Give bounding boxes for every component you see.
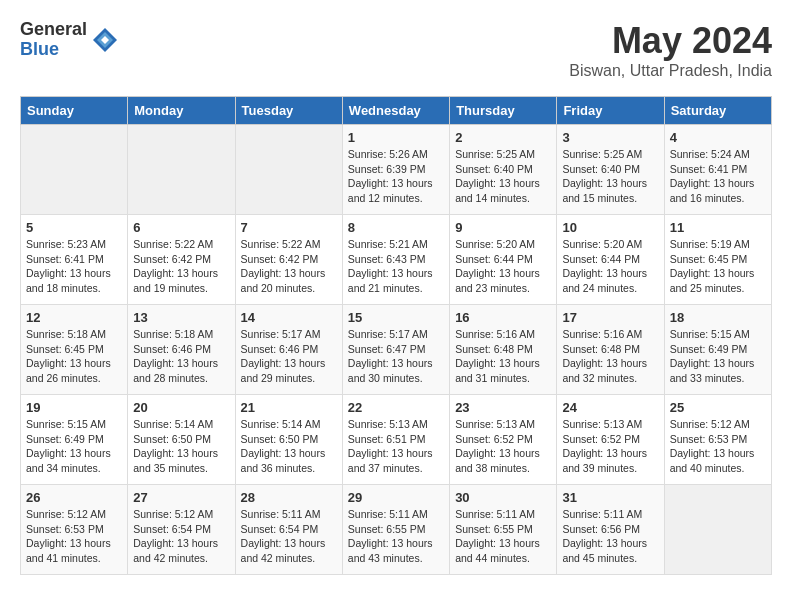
day-info: Sunrise: 5:21 AM Sunset: 6:43 PM Dayligh… — [348, 237, 444, 296]
calendar-cell: 9Sunrise: 5:20 AM Sunset: 6:44 PM Daylig… — [450, 215, 557, 305]
day-number: 19 — [26, 400, 122, 415]
day-number: 3 — [562, 130, 658, 145]
logo-icon — [91, 26, 119, 54]
day-info: Sunrise: 5:23 AM Sunset: 6:41 PM Dayligh… — [26, 237, 122, 296]
day-info: Sunrise: 5:12 AM Sunset: 6:54 PM Dayligh… — [133, 507, 229, 566]
calendar-cell: 6Sunrise: 5:22 AM Sunset: 6:42 PM Daylig… — [128, 215, 235, 305]
calendar-cell — [235, 125, 342, 215]
calendar-cell: 22Sunrise: 5:13 AM Sunset: 6:51 PM Dayli… — [342, 395, 449, 485]
day-header-friday: Friday — [557, 97, 664, 125]
calendar-cell: 17Sunrise: 5:16 AM Sunset: 6:48 PM Dayli… — [557, 305, 664, 395]
calendar-cell: 19Sunrise: 5:15 AM Sunset: 6:49 PM Dayli… — [21, 395, 128, 485]
calendar-cell: 27Sunrise: 5:12 AM Sunset: 6:54 PM Dayli… — [128, 485, 235, 575]
day-info: Sunrise: 5:20 AM Sunset: 6:44 PM Dayligh… — [455, 237, 551, 296]
day-number: 7 — [241, 220, 337, 235]
day-number: 23 — [455, 400, 551, 415]
calendar-cell: 28Sunrise: 5:11 AM Sunset: 6:54 PM Dayli… — [235, 485, 342, 575]
page-header: General Blue May 2024 Biswan, Uttar Prad… — [20, 20, 772, 80]
day-number: 20 — [133, 400, 229, 415]
day-number: 5 — [26, 220, 122, 235]
week-row-1: 1Sunrise: 5:26 AM Sunset: 6:39 PM Daylig… — [21, 125, 772, 215]
week-row-3: 12Sunrise: 5:18 AM Sunset: 6:45 PM Dayli… — [21, 305, 772, 395]
day-number: 27 — [133, 490, 229, 505]
week-row-2: 5Sunrise: 5:23 AM Sunset: 6:41 PM Daylig… — [21, 215, 772, 305]
day-info: Sunrise: 5:14 AM Sunset: 6:50 PM Dayligh… — [133, 417, 229, 476]
day-number: 9 — [455, 220, 551, 235]
calendar-cell: 21Sunrise: 5:14 AM Sunset: 6:50 PM Dayli… — [235, 395, 342, 485]
logo-text: General Blue — [20, 20, 87, 60]
day-header-wednesday: Wednesday — [342, 97, 449, 125]
day-number: 22 — [348, 400, 444, 415]
title-area: May 2024 Biswan, Uttar Pradesh, India — [569, 20, 772, 80]
day-number: 15 — [348, 310, 444, 325]
logo: General Blue — [20, 20, 119, 60]
day-info: Sunrise: 5:11 AM Sunset: 6:55 PM Dayligh… — [455, 507, 551, 566]
day-number: 24 — [562, 400, 658, 415]
day-number: 31 — [562, 490, 658, 505]
day-number: 25 — [670, 400, 766, 415]
calendar-cell: 7Sunrise: 5:22 AM Sunset: 6:42 PM Daylig… — [235, 215, 342, 305]
logo-blue-text: Blue — [20, 40, 87, 60]
location-title: Biswan, Uttar Pradesh, India — [569, 62, 772, 80]
day-info: Sunrise: 5:13 AM Sunset: 6:52 PM Dayligh… — [455, 417, 551, 476]
calendar-cell: 5Sunrise: 5:23 AM Sunset: 6:41 PM Daylig… — [21, 215, 128, 305]
day-info: Sunrise: 5:26 AM Sunset: 6:39 PM Dayligh… — [348, 147, 444, 206]
day-info: Sunrise: 5:19 AM Sunset: 6:45 PM Dayligh… — [670, 237, 766, 296]
day-info: Sunrise: 5:12 AM Sunset: 6:53 PM Dayligh… — [670, 417, 766, 476]
calendar-cell: 4Sunrise: 5:24 AM Sunset: 6:41 PM Daylig… — [664, 125, 771, 215]
day-info: Sunrise: 5:13 AM Sunset: 6:52 PM Dayligh… — [562, 417, 658, 476]
day-number: 1 — [348, 130, 444, 145]
day-number: 30 — [455, 490, 551, 505]
day-header-tuesday: Tuesday — [235, 97, 342, 125]
calendar-cell: 3Sunrise: 5:25 AM Sunset: 6:40 PM Daylig… — [557, 125, 664, 215]
day-info: Sunrise: 5:18 AM Sunset: 6:46 PM Dayligh… — [133, 327, 229, 386]
calendar-cell: 12Sunrise: 5:18 AM Sunset: 6:45 PM Dayli… — [21, 305, 128, 395]
calendar-cell — [128, 125, 235, 215]
day-number: 16 — [455, 310, 551, 325]
day-info: Sunrise: 5:17 AM Sunset: 6:47 PM Dayligh… — [348, 327, 444, 386]
calendar-cell: 10Sunrise: 5:20 AM Sunset: 6:44 PM Dayli… — [557, 215, 664, 305]
day-number: 6 — [133, 220, 229, 235]
calendar-cell: 1Sunrise: 5:26 AM Sunset: 6:39 PM Daylig… — [342, 125, 449, 215]
day-number: 4 — [670, 130, 766, 145]
logo-general-text: General — [20, 20, 87, 40]
calendar-cell: 11Sunrise: 5:19 AM Sunset: 6:45 PM Dayli… — [664, 215, 771, 305]
day-info: Sunrise: 5:20 AM Sunset: 6:44 PM Dayligh… — [562, 237, 658, 296]
day-info: Sunrise: 5:17 AM Sunset: 6:46 PM Dayligh… — [241, 327, 337, 386]
calendar-header-row: SundayMondayTuesdayWednesdayThursdayFrid… — [21, 97, 772, 125]
day-info: Sunrise: 5:25 AM Sunset: 6:40 PM Dayligh… — [562, 147, 658, 206]
day-number: 18 — [670, 310, 766, 325]
day-number: 8 — [348, 220, 444, 235]
day-info: Sunrise: 5:22 AM Sunset: 6:42 PM Dayligh… — [241, 237, 337, 296]
calendar-cell: 16Sunrise: 5:16 AM Sunset: 6:48 PM Dayli… — [450, 305, 557, 395]
calendar-body: 1Sunrise: 5:26 AM Sunset: 6:39 PM Daylig… — [21, 125, 772, 575]
day-number: 10 — [562, 220, 658, 235]
calendar-table: SundayMondayTuesdayWednesdayThursdayFrid… — [20, 96, 772, 575]
calendar-cell: 18Sunrise: 5:15 AM Sunset: 6:49 PM Dayli… — [664, 305, 771, 395]
day-info: Sunrise: 5:16 AM Sunset: 6:48 PM Dayligh… — [562, 327, 658, 386]
day-info: Sunrise: 5:13 AM Sunset: 6:51 PM Dayligh… — [348, 417, 444, 476]
calendar-cell: 8Sunrise: 5:21 AM Sunset: 6:43 PM Daylig… — [342, 215, 449, 305]
day-info: Sunrise: 5:12 AM Sunset: 6:53 PM Dayligh… — [26, 507, 122, 566]
day-number: 14 — [241, 310, 337, 325]
day-number: 26 — [26, 490, 122, 505]
day-info: Sunrise: 5:25 AM Sunset: 6:40 PM Dayligh… — [455, 147, 551, 206]
day-info: Sunrise: 5:22 AM Sunset: 6:42 PM Dayligh… — [133, 237, 229, 296]
day-info: Sunrise: 5:11 AM Sunset: 6:56 PM Dayligh… — [562, 507, 658, 566]
day-header-sunday: Sunday — [21, 97, 128, 125]
calendar-cell: 14Sunrise: 5:17 AM Sunset: 6:46 PM Dayli… — [235, 305, 342, 395]
day-number: 11 — [670, 220, 766, 235]
day-info: Sunrise: 5:11 AM Sunset: 6:55 PM Dayligh… — [348, 507, 444, 566]
calendar-cell — [664, 485, 771, 575]
day-number: 13 — [133, 310, 229, 325]
day-info: Sunrise: 5:18 AM Sunset: 6:45 PM Dayligh… — [26, 327, 122, 386]
day-number: 28 — [241, 490, 337, 505]
month-title: May 2024 — [569, 20, 772, 62]
day-header-monday: Monday — [128, 97, 235, 125]
calendar-cell: 26Sunrise: 5:12 AM Sunset: 6:53 PM Dayli… — [21, 485, 128, 575]
day-number: 12 — [26, 310, 122, 325]
day-number: 29 — [348, 490, 444, 505]
day-number: 17 — [562, 310, 658, 325]
calendar-cell: 24Sunrise: 5:13 AM Sunset: 6:52 PM Dayli… — [557, 395, 664, 485]
day-number: 2 — [455, 130, 551, 145]
